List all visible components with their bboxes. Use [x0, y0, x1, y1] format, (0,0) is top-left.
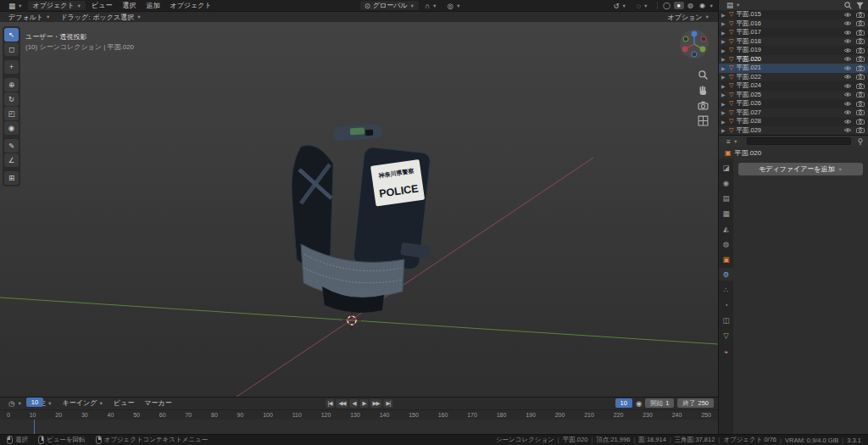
outliner-row-027[interactable]: ▶ ▽ 平面.027 [719, 108, 868, 118]
outliner-row-016[interactable]: ▶ ▽ 平面.016 [719, 19, 868, 29]
disclosure-triangle-icon[interactable]: ▶ [721, 83, 729, 89]
object-name[interactable]: 平面.025 [736, 91, 843, 99]
tool-annotate[interactable]: ✎ [4, 139, 19, 153]
jump-start-button[interactable]: |◀ [326, 399, 335, 408]
disclosure-triangle-icon[interactable]: ▶ [721, 109, 729, 115]
proportional-edit-dropdown[interactable]: ◎ ▼ [443, 2, 465, 10]
tool-transform[interactable]: ◉ [4, 121, 19, 135]
properties-search-input[interactable] [747, 137, 851, 145]
hide-in-viewport-icon[interactable] [843, 20, 852, 26]
shading-solid-button[interactable]: ● [674, 2, 684, 9]
disclosure-triangle-icon[interactable]: ▶ [721, 12, 729, 18]
disable-in-renders-icon[interactable] [856, 56, 865, 62]
snap-dropdown[interactable]: ∩ ▼ [420, 2, 442, 10]
gizmo-x-neg[interactable] [701, 36, 706, 42]
camera-view-icon[interactable] [698, 100, 709, 111]
outliner-row-025[interactable]: ▶ ▽ 平面.025 [719, 91, 868, 100]
object-name[interactable]: 平面.016 [736, 19, 843, 28]
tool-move[interactable]: ⊕ [4, 78, 19, 92]
object-name[interactable]: 平面.018 [736, 37, 843, 46]
hide-in-viewport-icon[interactable] [843, 47, 852, 53]
object-name[interactable]: 平面.021 [736, 64, 843, 72]
search-icon[interactable] [843, 1, 853, 10]
tab-constraints[interactable]: ◫ [719, 314, 733, 326]
gizmo-z-axis[interactable] [692, 31, 698, 37]
disable-in-renders-icon[interactable] [856, 101, 865, 107]
navigation-gizmo[interactable] [679, 29, 709, 59]
shading-material-button[interactable]: ◍ [686, 2, 696, 9]
outliner-row-029[interactable]: ▶ ▽ 平面.029 [719, 126, 868, 136]
current-frame-badge[interactable]: 10 [26, 398, 43, 407]
disable-in-renders-icon[interactable] [856, 83, 865, 89]
gizmo-y-axis[interactable] [700, 47, 706, 53]
hide-in-viewport-icon[interactable] [843, 92, 852, 97]
frame-end-field[interactable]: 終了 250 [677, 398, 714, 408]
orientation-dropdown[interactable]: ⊙ グローバル ▼ [360, 1, 419, 10]
frame-ruler[interactable]: 0102030405060708090100110120130140150160… [0, 409, 718, 420]
menu-add[interactable]: 追加 [142, 1, 164, 10]
overlays-dropdown[interactable]: ◌ ▼ [632, 2, 653, 10]
menu-select[interactable]: 選択 [118, 1, 140, 10]
jump-end-button[interactable]: ▶| [384, 399, 393, 408]
object-name[interactable]: 平面.022 [736, 73, 843, 81]
timeline-editor-dropdown[interactable]: ◷ ▼ [4, 399, 26, 408]
gizmo-x-axis[interactable] [682, 47, 688, 53]
hide-in-viewport-icon[interactable] [843, 12, 852, 18]
hide-in-viewport-icon[interactable] [843, 127, 852, 133]
outliner-row-019[interactable]: ▶ ▽ 平面.019 [719, 46, 868, 55]
vest-model[interactable]: 神奈川県警察 POLICE [292, 124, 431, 313]
tab-view-layer[interactable]: ▦ [719, 207, 733, 220]
tab-object[interactable]: ▣ [719, 253, 733, 265]
tab-object-data[interactable]: ▽ [719, 329, 733, 342]
outliner-row-020[interactable]: ▶ ▽ 平面.020 [719, 55, 868, 64]
auto-keying-icon[interactable]: ◉ [636, 399, 642, 408]
gizmos-dropdown[interactable]: ↺ ▼ [609, 2, 631, 10]
outliner-row-021[interactable]: ▶ ▽ 平面.021 [719, 64, 868, 73]
current-frame-field[interactable]: 10 [615, 398, 632, 408]
disclosure-triangle-icon[interactable]: ▶ [721, 30, 729, 36]
tab-material[interactable]: ◒ [719, 344, 733, 357]
disclosure-triangle-icon[interactable]: ▶ [721, 56, 729, 62]
tool-measure[interactable]: ∠ [4, 153, 19, 167]
disclosure-triangle-icon[interactable]: ▶ [721, 119, 729, 125]
ortho-grid-icon[interactable] [698, 115, 709, 126]
object-name[interactable]: 平面.019 [736, 46, 843, 54]
timeline-track[interactable] [0, 420, 718, 434]
outliner-row-022[interactable]: ▶ ▽ 平面.022 [719, 73, 868, 82]
playhead-line[interactable] [34, 420, 35, 434]
tab-scene[interactable]: ◭ [719, 222, 733, 235]
menu-timeline-view[interactable]: ビュー [109, 398, 138, 408]
editor-type-dropdown[interactable]: ▦ ▼ [4, 2, 26, 10]
hide-in-viewport-icon[interactable] [843, 74, 852, 80]
chevron-down-icon[interactable]: ▼ [709, 3, 714, 8]
tool-fallback-dropdown[interactable]: デフォルト ▼ [4, 13, 54, 22]
disable-in-renders-icon[interactable] [856, 20, 865, 26]
disable-in-renders-icon[interactable] [856, 74, 865, 80]
frame-start-field[interactable]: 開始 1 [645, 398, 674, 408]
object-name[interactable]: 平面.026 [736, 99, 843, 108]
menu-object[interactable]: オブジェクト [165, 1, 215, 10]
shading-rendered-button[interactable]: ◉ [698, 2, 708, 9]
disable-in-renders-icon[interactable] [856, 92, 865, 97]
object-name[interactable]: 平面.024 [736, 81, 843, 90]
hide-in-viewport-icon[interactable] [843, 30, 852, 36]
hide-in-viewport-icon[interactable] [843, 83, 852, 89]
next-keyframe-button[interactable]: ▶▶ [370, 399, 382, 408]
hide-in-viewport-icon[interactable] [843, 109, 852, 115]
object-name[interactable]: 平面.020 [736, 55, 843, 64]
disclosure-triangle-icon[interactable]: ▶ [721, 74, 729, 80]
outliner-row-028[interactable]: ▶ ▽ 平面.028 [719, 117, 868, 126]
pan-hand-icon[interactable] [698, 85, 709, 96]
tool-add-primitive[interactable]: ⊞ [4, 171, 19, 185]
drag-mode-dropdown[interactable]: ドラッグ: ボックス選択 ▼ [56, 13, 145, 22]
disable-in-renders-icon[interactable] [856, 38, 865, 44]
add-modifier-button[interactable]: モディファイアーを追加 ▼ [738, 163, 863, 175]
disable-in-renders-icon[interactable] [856, 127, 865, 133]
object-name[interactable]: 平面.028 [736, 117, 843, 125]
zoom-icon[interactable] [698, 70, 709, 81]
disclosure-triangle-icon[interactable]: ▶ [721, 92, 729, 97]
object-name[interactable]: 平面.017 [736, 28, 843, 36]
hide-in-viewport-icon[interactable] [843, 38, 852, 44]
disclosure-triangle-icon[interactable]: ▶ [721, 127, 729, 133]
tool-3d-cursor[interactable]: ＋ [4, 60, 19, 74]
